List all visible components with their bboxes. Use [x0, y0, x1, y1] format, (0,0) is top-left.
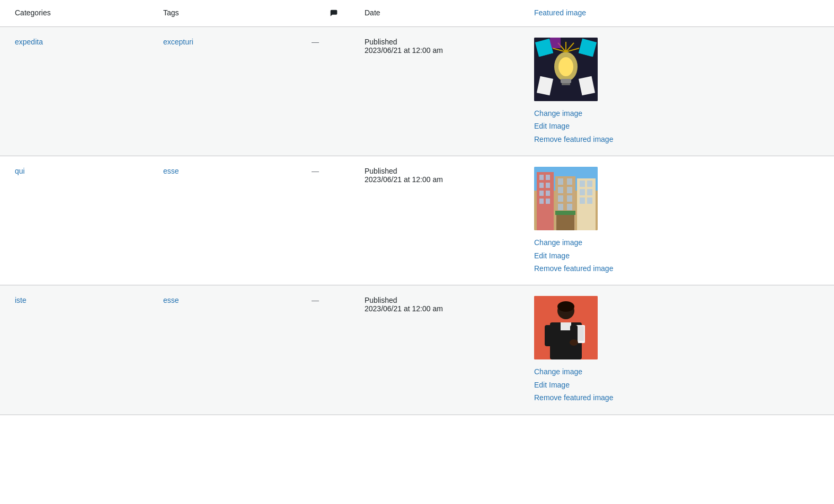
svg-rect-17 — [537, 172, 554, 230]
cell-featured-image: Change image Edit Image Remove featured … — [530, 294, 823, 406]
change-image-link[interactable]: Change image — [534, 107, 819, 119]
svg-rect-20 — [539, 183, 544, 188]
category-link[interactable]: iste — [15, 296, 26, 304]
svg-rect-51 — [545, 325, 552, 346]
tag-link[interactable]: esse — [163, 167, 179, 175]
col-categories: Categories — [11, 6, 159, 20]
svg-rect-42 — [587, 197, 592, 204]
svg-rect-37 — [580, 181, 585, 187]
col-featured-image: Featured image — [530, 6, 823, 20]
cell-comment: — — [307, 294, 360, 307]
posts-table: Categories Tags Date Featured image expe… — [0, 0, 834, 504]
featured-actions: Change image Edit Image Remove featured … — [534, 237, 819, 274]
svg-point-53 — [570, 339, 578, 346]
cell-comment: — — [307, 165, 360, 177]
edit-image-link[interactable]: Edit Image — [534, 250, 819, 262]
svg-rect-23 — [546, 191, 550, 196]
svg-rect-32 — [567, 195, 572, 202]
cell-tag: excepturi — [159, 35, 307, 48]
svg-rect-39 — [580, 189, 585, 195]
change-image-link[interactable]: Change image — [534, 366, 819, 377]
cell-date: Published 2023/06/21 at 12:00 am — [360, 165, 530, 186]
thumb-svg-3 — [534, 296, 598, 359]
svg-rect-29 — [558, 187, 563, 193]
svg-rect-19 — [546, 175, 550, 180]
featured-thumbnail — [534, 296, 598, 359]
svg-rect-28 — [567, 178, 572, 185]
svg-rect-31 — [558, 195, 563, 202]
cell-comment: — — [307, 35, 360, 48]
svg-rect-27 — [558, 178, 563, 185]
svg-rect-38 — [587, 181, 592, 187]
svg-rect-34 — [567, 204, 572, 210]
svg-rect-30 — [567, 187, 572, 193]
featured-actions: Change image Edit Image Remove featured … — [534, 107, 819, 145]
thumb-svg-2 — [534, 167, 598, 230]
tag-link[interactable]: excepturi — [163, 38, 193, 46]
featured-thumbnail — [534, 38, 598, 101]
change-image-link[interactable]: Change image — [534, 237, 819, 248]
category-link[interactable]: expedita — [15, 38, 43, 46]
remove-featured-image-link[interactable]: Remove featured image — [534, 133, 819, 145]
cell-date: Published 2023/06/21 at 12:00 am — [360, 35, 530, 57]
svg-rect-48 — [561, 322, 571, 330]
svg-rect-14 — [550, 38, 561, 48]
remove-featured-image-link[interactable]: Remove featured image — [534, 263, 819, 274]
svg-rect-21 — [546, 183, 550, 188]
cell-tag: esse — [159, 294, 307, 307]
table-row: qui esse — Published 2023/06/21 at 12:00… — [0, 156, 834, 285]
svg-rect-24 — [539, 199, 544, 204]
edit-image-link[interactable]: Edit Image — [534, 120, 819, 132]
svg-point-6 — [558, 57, 573, 76]
svg-rect-13 — [562, 83, 570, 85]
svg-rect-25 — [546, 199, 550, 204]
svg-rect-41 — [580, 197, 585, 204]
post-datetime: 2023/06/21 at 12:00 am — [365, 46, 526, 55]
cell-date: Published 2023/06/21 at 12:00 am — [360, 294, 530, 315]
svg-point-46 — [557, 301, 574, 312]
svg-rect-43 — [555, 211, 575, 215]
featured-actions: Change image Edit Image Remove featured … — [534, 366, 819, 403]
col-date: Date — [360, 6, 530, 20]
post-status: Published — [365, 38, 526, 46]
remove-featured-image-link[interactable]: Remove featured image — [534, 392, 819, 403]
col-comments — [307, 6, 360, 20]
table-header: Categories Tags Date Featured image — [0, 0, 834, 27]
svg-rect-18 — [539, 175, 544, 180]
post-status: Published — [365, 167, 526, 175]
cell-tag: esse — [159, 165, 307, 177]
category-link[interactable]: qui — [15, 167, 25, 175]
cell-category: qui — [11, 165, 159, 177]
table-row: iste esse — Published 2023/06/21 at 12:0… — [0, 285, 834, 415]
thumb-svg-1 — [534, 38, 598, 101]
svg-rect-22 — [539, 191, 544, 196]
svg-rect-40 — [587, 189, 592, 195]
svg-rect-33 — [558, 204, 563, 210]
svg-rect-12 — [561, 79, 571, 83]
cell-category: expedita — [11, 35, 159, 48]
tag-link[interactable]: esse — [163, 296, 179, 304]
table-row: expedita excepturi — Published 2023/06/2… — [0, 27, 834, 156]
cell-featured-image: Change image Edit Image Remove featured … — [530, 165, 823, 276]
post-datetime: 2023/06/21 at 12:00 am — [365, 304, 526, 313]
cell-featured-image: Change image Edit Image Remove featured … — [530, 35, 823, 147]
post-datetime: 2023/06/21 at 12:00 am — [365, 175, 526, 184]
post-status: Published — [365, 296, 526, 304]
edit-image-link[interactable]: Edit Image — [534, 379, 819, 391]
featured-thumbnail — [534, 167, 598, 230]
col-tags: Tags — [159, 6, 307, 20]
cell-category: iste — [11, 294, 159, 307]
svg-rect-35 — [556, 214, 574, 230]
comment-icon — [329, 8, 339, 18]
